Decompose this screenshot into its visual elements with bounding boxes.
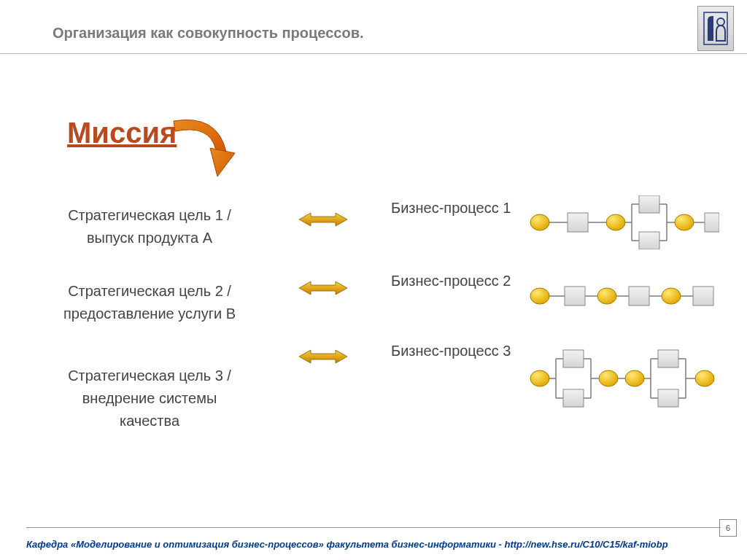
svg-point-25 bbox=[530, 288, 549, 304]
double-arrow-icon bbox=[298, 280, 349, 296]
double-arrow-icon bbox=[298, 211, 349, 228]
svg-point-15 bbox=[606, 214, 625, 230]
svg-rect-16 bbox=[639, 195, 659, 213]
strategic-goal-2: Стратегическая цель 2 / предоставление у… bbox=[51, 280, 248, 325]
svg-rect-54 bbox=[658, 389, 678, 407]
svg-point-52 bbox=[625, 370, 644, 386]
svg-rect-50 bbox=[563, 389, 584, 407]
double-arrow-icon bbox=[298, 349, 349, 365]
hse-logo bbox=[697, 6, 734, 51]
svg-rect-53 bbox=[658, 350, 678, 368]
flow-diagram-3 bbox=[530, 343, 725, 414]
svg-rect-17 bbox=[639, 232, 659, 249]
goal-line: Стратегическая цель 1 / bbox=[68, 207, 231, 223]
business-process-3-label: Бизнес-процесс 3 bbox=[391, 343, 511, 359]
goal-line: Стратегическая цель 2 / bbox=[68, 283, 231, 299]
svg-rect-30 bbox=[693, 287, 713, 306]
svg-rect-49 bbox=[563, 350, 584, 368]
svg-point-18 bbox=[675, 214, 694, 230]
flow-diagram-1 bbox=[530, 195, 719, 249]
strategic-goal-1: Стратегическая цель 1 / выпуск продукта … bbox=[51, 204, 248, 249]
svg-rect-26 bbox=[565, 287, 585, 306]
svg-point-55 bbox=[695, 370, 714, 386]
svg-point-48 bbox=[530, 370, 549, 386]
goal-line: внедрение системы качества bbox=[82, 390, 217, 429]
goal-line: выпуск продукта А bbox=[87, 230, 212, 246]
slide-header: Организация как совокупность процессов. bbox=[0, 0, 747, 54]
page-number: 6 bbox=[719, 519, 737, 537]
svg-point-29 bbox=[662, 288, 681, 304]
footer-text: Кафедра «Моделирование и оптимизация биз… bbox=[26, 539, 703, 550]
footer-divider bbox=[26, 527, 721, 528]
svg-rect-19 bbox=[705, 213, 719, 232]
business-process-2-label: Бизнес-процесс 2 bbox=[391, 273, 511, 289]
svg-point-27 bbox=[597, 288, 616, 304]
svg-rect-14 bbox=[568, 213, 588, 232]
header-divider bbox=[0, 53, 747, 54]
svg-point-1 bbox=[717, 18, 724, 26]
strategic-goal-3: Стратегическая цель 3 / внедрение систем… bbox=[51, 365, 248, 432]
goal-line: Стратегическая цель 3 / bbox=[68, 368, 231, 384]
goal-line: предоставление услуги В bbox=[63, 306, 236, 322]
curved-arrow-icon bbox=[159, 108, 247, 188]
business-process-1-label: Бизнес-процесс 1 bbox=[391, 200, 511, 217]
svg-point-51 bbox=[599, 370, 618, 386]
slide-title: Организация как совокупность процессов. bbox=[53, 25, 364, 42]
flow-diagram-2 bbox=[530, 283, 725, 309]
svg-rect-28 bbox=[629, 287, 649, 306]
svg-point-13 bbox=[530, 214, 549, 230]
